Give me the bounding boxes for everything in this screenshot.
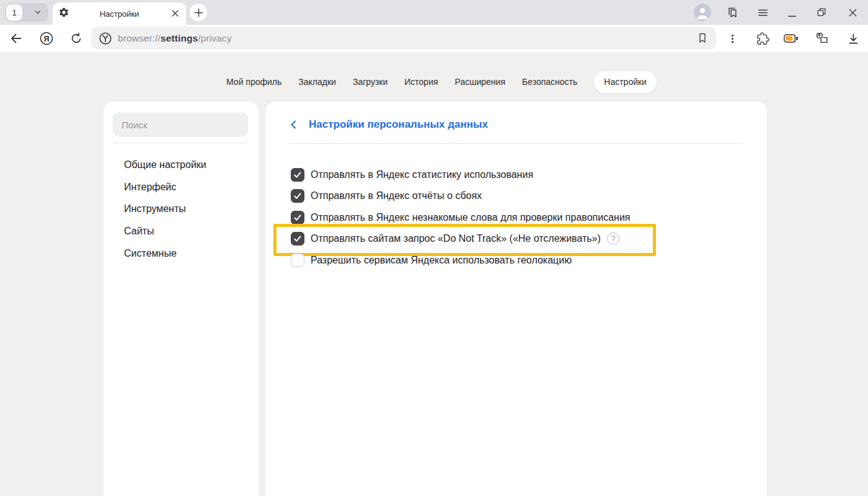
bookmark-icon[interactable] bbox=[696, 32, 709, 44]
browser-window: 1 Настройки bbox=[0, 0, 868, 496]
page-title[interactable]: Настройки персональных данных bbox=[309, 118, 488, 131]
title-divider bbox=[289, 143, 742, 144]
settings-panel: Настройки персональных данных Отправлять… bbox=[265, 102, 767, 496]
back-chevron-icon[interactable] bbox=[289, 120, 299, 130]
bookmarks-panel-icon[interactable] bbox=[725, 6, 739, 19]
back-button[interactable] bbox=[9, 31, 24, 46]
titlebar: 1 Настройки bbox=[0, 0, 868, 25]
checkbox[interactable] bbox=[291, 168, 304, 182]
url-text: browser://settings/privacy bbox=[118, 33, 232, 44]
nav-tab[interactable]: Безопасность bbox=[522, 71, 577, 93]
nav-tab[interactable]: История bbox=[404, 71, 438, 93]
chevron-down-icon[interactable] bbox=[31, 8, 45, 17]
sidebar-item[interactable]: Общие настройки bbox=[124, 154, 206, 176]
checkbox[interactable] bbox=[291, 211, 304, 224]
toolbar: Я browser://settings/privacy bbox=[0, 25, 868, 52]
setting-row: Отправлять сайтам запрос «Do Not Track» … bbox=[291, 228, 630, 250]
setting-row: Разрешить сервисам Яндекса использовать … bbox=[291, 250, 630, 272]
nav-tab[interactable]: Расширения bbox=[455, 71, 505, 93]
setting-row: Отправлять в Яндекс статистику использов… bbox=[291, 164, 630, 186]
checkbox[interactable] bbox=[291, 232, 304, 246]
avatar[interactable] bbox=[694, 4, 711, 21]
sidebar-divider bbox=[113, 143, 248, 143]
nav-tab[interactable]: Закладки bbox=[298, 71, 336, 93]
sidebar-item[interactable]: Сайты bbox=[124, 220, 206, 242]
sidebar-item[interactable]: Интерфейс bbox=[124, 176, 206, 198]
help-icon[interactable] bbox=[607, 232, 619, 245]
menu-icon[interactable] bbox=[756, 6, 769, 19]
search-input[interactable] bbox=[113, 112, 248, 137]
tab-counter-group[interactable]: 1 bbox=[5, 3, 48, 22]
sidebar-item[interactable]: Инструменты bbox=[124, 198, 206, 221]
sidebar-item[interactable]: Системные bbox=[124, 242, 206, 265]
nav-tab[interactable]: Загрузки bbox=[353, 71, 388, 93]
address-bar[interactable]: browser://settings/privacy bbox=[91, 27, 716, 50]
checkbox[interactable] bbox=[291, 189, 304, 203]
setting-row: Отправлять в Яндекс незнакомые слова для… bbox=[291, 207, 630, 229]
new-tab-button[interactable] bbox=[190, 4, 207, 21]
reload-icon[interactable] bbox=[69, 31, 84, 46]
minimize-icon[interactable] bbox=[785, 6, 799, 19]
extensions-icon[interactable] bbox=[755, 31, 770, 46]
tab-title: Настройки bbox=[53, 2, 186, 25]
sidebar: Общие настройкиИнтерфейсИнструментыСайты… bbox=[104, 102, 259, 496]
sidebar-items: Общие настройкиИнтерфейсИнструментыСайты… bbox=[124, 154, 206, 265]
site-icon bbox=[99, 32, 112, 45]
tab-close-icon[interactable] bbox=[171, 9, 179, 17]
battery-icon[interactable] bbox=[784, 31, 799, 46]
more-options-icon[interactable] bbox=[725, 31, 740, 46]
nav-tab[interactable]: Настройки bbox=[594, 71, 657, 93]
settings-options: Отправлять в Яндекс статистику использов… bbox=[291, 164, 630, 272]
checkbox[interactable] bbox=[291, 254, 304, 267]
downloads-icon[interactable] bbox=[846, 31, 861, 46]
settings-nav: Мой профильЗакладкиЗагрузкиИсторияРасшир… bbox=[7, 71, 868, 93]
window-close-icon[interactable] bbox=[846, 6, 859, 19]
svg-text:Я: Я bbox=[44, 35, 50, 43]
restore-icon[interactable] bbox=[815, 6, 828, 19]
tab-counter[interactable]: 1 bbox=[6, 4, 22, 20]
setting-row: Отправлять в Яндекс отчёты о сбоях bbox=[291, 185, 630, 207]
clipboard-key-icon[interactable] bbox=[815, 31, 830, 46]
nav-tab[interactable]: Мой профиль bbox=[226, 71, 281, 93]
browser-logo-icon[interactable]: Я bbox=[39, 31, 54, 46]
